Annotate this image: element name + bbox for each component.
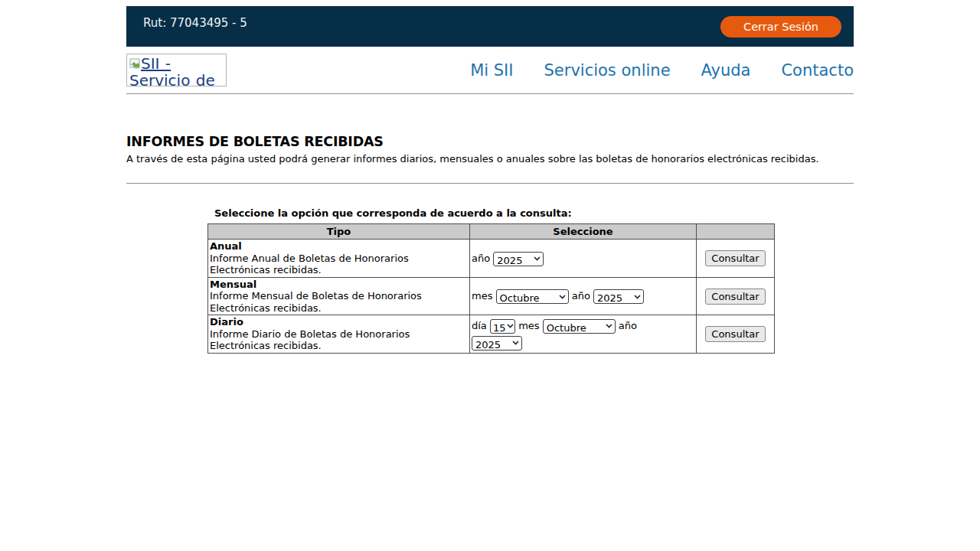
table-row-anual: AnualInforme Anual de Boletas de Honorar… <box>208 240 775 278</box>
table-row-mensual: MensualInforme Mensual de Boletas de Hon… <box>208 277 775 315</box>
diario-consultar-button[interactable]: Consultar <box>705 326 766 342</box>
diario-month-select[interactable]: Octubre <box>544 321 615 334</box>
diario-action-cell: Consultar <box>697 315 775 354</box>
nav-contacto[interactable]: Contacto <box>781 61 854 80</box>
diario-year-label: año <box>619 320 637 331</box>
page-description: A través de esta página usted podrá gene… <box>126 153 854 165</box>
diario-month-select-box: Octubre <box>543 319 616 334</box>
diario-month-label: mes <box>518 320 539 331</box>
diario-day-select[interactable]: 15 <box>491 321 514 334</box>
mensual-year-select[interactable]: 2025 <box>594 292 643 305</box>
session-bar: Rut: 77043495 - 5 Cerrar Sesión <box>126 6 854 47</box>
broken-image-icon <box>129 55 140 72</box>
mensual-description: Informe Mensual de Boletas de Honorarios… <box>210 290 422 314</box>
column-header-seleccione: Seleccione <box>470 224 697 240</box>
diario-type-label: Diario <box>210 316 468 328</box>
form-caption: Seleccione la opción que corresponda de … <box>207 207 854 219</box>
mensual-year-select-box: 2025 <box>593 289 644 304</box>
anual-consultar-button[interactable]: Consultar <box>705 250 766 266</box>
main-nav: Mi SII Servicios online Ayuda Contacto <box>470 61 854 80</box>
diario-year-select[interactable]: 2025 <box>472 338 521 351</box>
diario-description: Informe Diario de Boletas de Honorarios … <box>210 328 410 352</box>
anual-year-select-box: 2025 <box>493 252 544 266</box>
mensual-select-cell: mes Octubre año 2025 <box>470 277 697 315</box>
page-title: INFORMES DE BOLETAS RECIBIDAS <box>126 135 854 149</box>
sii-logo-broken-image[interactable]: SII - Servicio de <box>126 54 227 86</box>
nav-ayuda[interactable]: Ayuda <box>701 61 751 80</box>
report-options-table: Tipo Seleccione AnualInforme Anual de Bo… <box>207 223 775 354</box>
anual-description: Informe Anual de Boletas de Honorarios E… <box>210 253 409 276</box>
diario-day-label: día <box>472 320 487 331</box>
mensual-month-select[interactable]: Octubre <box>497 292 568 305</box>
header-divider <box>126 93 854 94</box>
mensual-consultar-button[interactable]: Consultar <box>705 289 766 305</box>
table-header-row: Tipo Seleccione <box>208 224 775 240</box>
mensual-type-cell: MensualInforme Mensual de Boletas de Hon… <box>208 277 470 315</box>
site-header: SII - Servicio de Mi SII Servicios onlin… <box>126 54 854 86</box>
anual-action-cell: Consultar <box>697 240 775 278</box>
anual-year-select[interactable]: 2025 <box>494 254 543 267</box>
table-row-diario: DiarioInforme Diario de Boletas de Honor… <box>208 315 775 354</box>
rut-label: Rut: 77043495 - 5 <box>143 16 247 30</box>
mensual-month-label: mes <box>472 290 492 302</box>
diario-year-select-box: 2025 <box>472 336 522 350</box>
diario-select-cell: día 15 mes Octubre <box>470 315 697 354</box>
nav-mi-sii[interactable]: Mi SII <box>470 61 513 80</box>
logout-button[interactable]: Cerrar Sesión <box>720 16 841 37</box>
mensual-type-label: Mensual <box>210 279 468 291</box>
logo-alt-label: SII - Servicio de <box>129 54 215 86</box>
anual-type-cell: AnualInforme Anual de Boletas de Honorar… <box>208 240 470 278</box>
nav-servicios-online[interactable]: Servicios online <box>544 61 671 80</box>
mensual-year-label: año <box>572 290 590 302</box>
anual-select-cell: año 2025 <box>470 240 697 278</box>
intro-divider <box>126 183 854 184</box>
report-form-section: Seleccione la opción que corresponda de … <box>207 207 854 354</box>
diario-day-select-box: 15 <box>490 319 515 334</box>
column-header-action <box>697 224 775 240</box>
anual-type-label: Anual <box>210 240 468 253</box>
page-container: Rut: 77043495 - 5 Cerrar Sesión SII - Se… <box>126 0 854 354</box>
mensual-action-cell: Consultar <box>697 277 775 315</box>
diario-type-cell: DiarioInforme Diario de Boletas de Honor… <box>208 315 470 354</box>
column-header-tipo: Tipo <box>208 224 470 240</box>
anual-year-label: año <box>472 253 490 264</box>
logo-alt-text: SII - Servicio de <box>129 54 215 86</box>
mensual-month-select-box: Octubre <box>496 289 569 304</box>
